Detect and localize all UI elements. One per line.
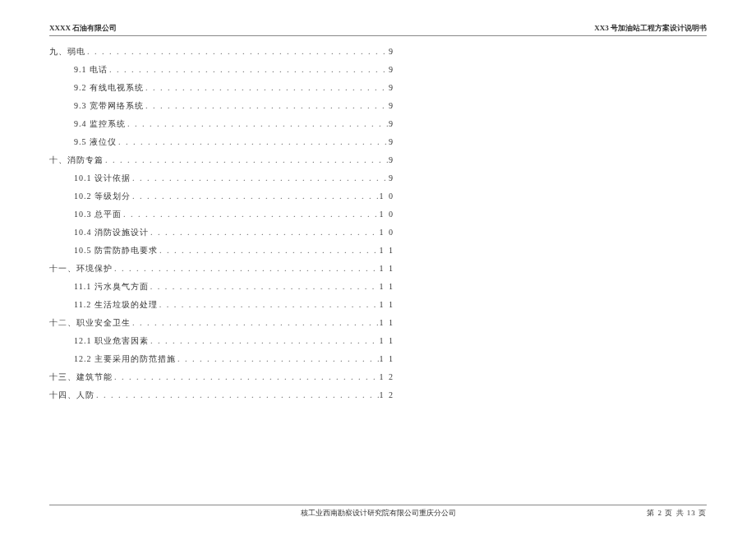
toc-dot-leader: . . . . . . . . . . . . . . . . . . . . … bbox=[158, 296, 380, 314]
toc-entry-page: 9 bbox=[389, 169, 394, 187]
toc-entry-label: 9.1 电话 bbox=[74, 61, 108, 79]
toc-entry: 12.1 职业危害因素. . . . . . . . . . . . . . .… bbox=[49, 332, 394, 350]
toc-entry-page: 9 bbox=[389, 115, 394, 133]
toc-entry: 9.3 宽带网络系统. . . . . . . . . . . . . . . … bbox=[49, 97, 394, 115]
toc-dot-leader: . . . . . . . . . . . . . . . . . . . . … bbox=[113, 260, 380, 278]
toc-entry-page: 1 1 bbox=[380, 314, 395, 332]
toc-entry: 10.1 设计依据. . . . . . . . . . . . . . . .… bbox=[49, 169, 394, 187]
toc-entry-page: 1 0 bbox=[380, 205, 395, 224]
toc-dot-leader: . . . . . . . . . . . . . . . . . . . . … bbox=[94, 386, 380, 404]
toc-entry-label: 11.2 生活垃圾的处理 bbox=[74, 296, 158, 314]
toc-entry-label: 10.3 总平面 bbox=[74, 205, 122, 224]
toc-dot-leader: . . . . . . . . . . . . . . . . . . . . … bbox=[149, 278, 380, 296]
toc-entry-label: 十四、人防 bbox=[49, 386, 94, 404]
toc-entry-label: 9.5 液位仪 bbox=[74, 133, 117, 151]
toc-entry-label: 九、弱电 bbox=[49, 43, 85, 61]
toc-dot-leader: . . . . . . . . . . . . . . . . . . . . … bbox=[131, 169, 389, 187]
toc-entry-page: 1 1 bbox=[380, 260, 395, 278]
toc-entry-page: 9 bbox=[389, 97, 394, 115]
toc-dot-leader: . . . . . . . . . . . . . . . . . . . . … bbox=[122, 205, 380, 224]
toc-entry-page: 9 bbox=[389, 43, 394, 61]
page-footer: 核工业西南勘察设计研究院有限公司重庆分公司 第 2 页 共 13 页 bbox=[49, 505, 707, 519]
toc-entry: 十、消防专篇. . . . . . . . . . . . . . . . . … bbox=[49, 151, 394, 169]
toc-entry-page: 1 1 bbox=[380, 350, 395, 368]
toc-entry-label: 10.1 设计依据 bbox=[74, 169, 131, 187]
table-of-contents: 九、弱电. . . . . . . . . . . . . . . . . . … bbox=[49, 43, 394, 404]
toc-entry: 九、弱电. . . . . . . . . . . . . . . . . . … bbox=[49, 43, 394, 61]
toc-entry: 10.2 等级划分. . . . . . . . . . . . . . . .… bbox=[49, 187, 394, 205]
toc-entry: 十四、人防. . . . . . . . . . . . . . . . . .… bbox=[49, 386, 394, 404]
toc-entry-page: 9 bbox=[389, 133, 394, 151]
toc-entry-label: 12.2 主要采用的防范措施 bbox=[74, 350, 176, 368]
toc-entry: 十三、建筑节能. . . . . . . . . . . . . . . . .… bbox=[49, 368, 394, 386]
toc-dot-leader: . . . . . . . . . . . . . . . . . . . . … bbox=[149, 224, 380, 242]
toc-entry-page: 1 2 bbox=[380, 368, 395, 386]
toc-entry-page: 1 0 bbox=[380, 187, 395, 205]
toc-entry-page: 9 bbox=[389, 151, 394, 169]
toc-dot-leader: . . . . . . . . . . . . . . . . . . . . … bbox=[126, 115, 389, 133]
toc-entry: 10.5 防雷防静电要求. . . . . . . . . . . . . . … bbox=[49, 242, 394, 260]
toc-dot-leader: . . . . . . . . . . . . . . . . . . . . … bbox=[113, 368, 380, 386]
toc-entry-label: 9.4 监控系统 bbox=[74, 115, 126, 133]
toc-entry-label: 10.4 消防设施设计 bbox=[74, 224, 149, 242]
page-header: XXXX 石油有限公司 XX3 号加油站工程方案设计说明书 bbox=[49, 23, 707, 36]
toc-entry: 9.2 有线电视系统. . . . . . . . . . . . . . . … bbox=[49, 79, 394, 97]
header-doc-title: XX3 号加油站工程方案设计说明书 bbox=[594, 23, 707, 34]
toc-entry: 10.3 总平面. . . . . . . . . . . . . . . . … bbox=[49, 205, 394, 224]
toc-entry-label: 9.3 宽带网络系统 bbox=[74, 97, 144, 115]
toc-entry-page: 1 1 bbox=[380, 242, 395, 260]
toc-entry: 10.4 消防设施设计. . . . . . . . . . . . . . .… bbox=[49, 224, 394, 242]
toc-dot-leader: . . . . . . . . . . . . . . . . . . . . … bbox=[144, 79, 389, 97]
toc-entry-page: 9 bbox=[389, 61, 394, 79]
footer-page-number: 第 2 页 共 13 页 bbox=[647, 508, 707, 519]
toc-dot-leader: . . . . . . . . . . . . . . . . . . . . … bbox=[131, 187, 380, 205]
toc-entry-label: 9.2 有线电视系统 bbox=[74, 79, 144, 97]
toc-entry-page: 1 1 bbox=[380, 296, 395, 314]
toc-dot-leader: . . . . . . . . . . . . . . . . . . . . … bbox=[158, 242, 380, 260]
toc-entry: 9.4 监控系统. . . . . . . . . . . . . . . . … bbox=[49, 115, 394, 133]
toc-entry-label: 11.1 污水臭气方面 bbox=[74, 278, 149, 296]
toc-dot-leader: . . . . . . . . . . . . . . . . . . . . … bbox=[104, 151, 389, 169]
toc-entry: 十二、职业安全卫生. . . . . . . . . . . . . . . .… bbox=[49, 314, 394, 332]
toc-entry: 11.1 污水臭气方面. . . . . . . . . . . . . . .… bbox=[49, 278, 394, 296]
toc-entry: 9.1 电话. . . . . . . . . . . . . . . . . … bbox=[49, 61, 394, 79]
toc-entry: 9.5 液位仪. . . . . . . . . . . . . . . . .… bbox=[49, 133, 394, 151]
toc-entry-label: 10.2 等级划分 bbox=[74, 187, 131, 205]
toc-entry-label: 10.5 防雷防静电要求 bbox=[74, 242, 158, 260]
toc-entry-label: 十、消防专篇 bbox=[49, 151, 104, 169]
toc-dot-leader: . . . . . . . . . . . . . . . . . . . . … bbox=[131, 314, 380, 332]
toc-entry-page: 9 bbox=[389, 79, 394, 97]
toc-dot-leader: . . . . . . . . . . . . . . . . . . . . … bbox=[149, 332, 380, 350]
toc-dot-leader: . . . . . . . . . . . . . . . . . . . . … bbox=[117, 133, 389, 151]
toc-dot-leader: . . . . . . . . . . . . . . . . . . . . … bbox=[144, 97, 389, 115]
toc-entry-page: 1 1 bbox=[380, 332, 395, 350]
toc-entry-page: 1 1 bbox=[380, 278, 395, 296]
toc-entry-page: 1 2 bbox=[380, 386, 395, 404]
footer-org: 核工业西南勘察设计研究院有限公司重庆分公司 bbox=[49, 508, 707, 519]
toc-entry-label: 12.1 职业危害因素 bbox=[74, 332, 149, 350]
toc-entry: 12.2 主要采用的防范措施. . . . . . . . . . . . . … bbox=[49, 350, 394, 368]
toc-entry-label: 十三、建筑节能 bbox=[49, 368, 113, 386]
toc-entry: 十一、环境保护. . . . . . . . . . . . . . . . .… bbox=[49, 260, 394, 278]
header-company: XXXX 石油有限公司 bbox=[49, 23, 117, 34]
toc-entry: 11.2 生活垃圾的处理. . . . . . . . . . . . . . … bbox=[49, 296, 394, 314]
toc-dot-leader: . . . . . . . . . . . . . . . . . . . . … bbox=[108, 61, 389, 79]
toc-entry-label: 十二、职业安全卫生 bbox=[49, 314, 131, 332]
toc-dot-leader: . . . . . . . . . . . . . . . . . . . . … bbox=[85, 43, 389, 61]
toc-dot-leader: . . . . . . . . . . . . . . . . . . . . … bbox=[176, 350, 380, 368]
toc-entry-page: 1 0 bbox=[380, 224, 395, 242]
toc-entry-label: 十一、环境保护 bbox=[49, 260, 113, 278]
